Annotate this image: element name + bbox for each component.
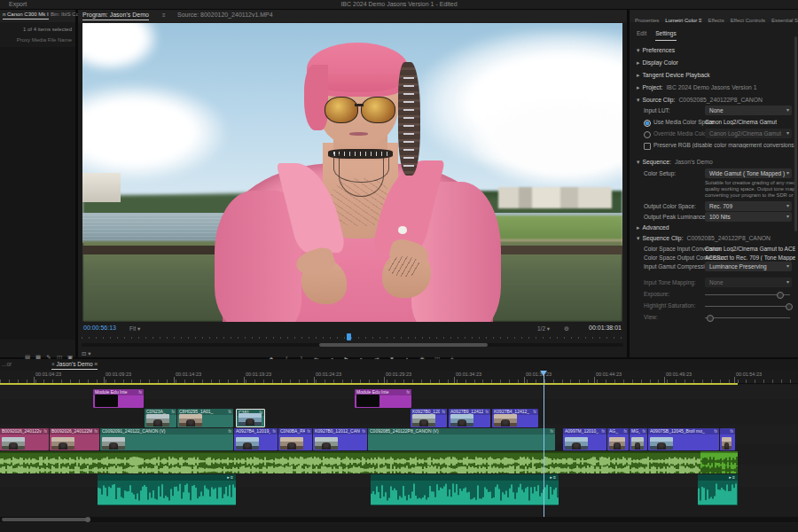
- timeline-clip[interactable]: C0N0BA_PA_fx: [278, 428, 312, 450]
- bin-tab-clip[interactable]: n Canon C300 Mk II: [3, 12, 49, 20]
- dropdown-input-gamut-compression-[interactable]: Luminance Preserving▾: [705, 262, 792, 271]
- timeline-clip[interactable]: B0092026_240122M4.MP4fx: [50, 428, 99, 450]
- playback-resolution-dropdown[interactable]: 1/2 ▾: [537, 325, 550, 332]
- program-timecode[interactable]: 00:00:56:13: [83, 325, 116, 331]
- dropdown-override-media-color-spa-[interactable]: Canon Log2/Cinema Gamut▾: [705, 129, 792, 138]
- program-tab[interactable]: Program: Jason's Demo: [82, 12, 149, 20]
- panel-menu-icon[interactable]: ≡: [162, 12, 166, 18]
- clip-thumbnail: [179, 414, 202, 426]
- row-label: Highlight Saturation:: [644, 302, 696, 309]
- lumetri-scrollbar[interactable]: [794, 36, 797, 231]
- radio-on[interactable]: [644, 120, 651, 127]
- timeline-clip[interactable]: C381_fx: [236, 409, 265, 427]
- workspace-export-tab[interactable]: Export: [9, 1, 27, 7]
- timeline-clip[interactable]: K0927B0_12012_CANO_fx: [313, 428, 367, 450]
- timeline-clip[interactable]: C0092085_240122P8_CANON (V)fx: [368, 428, 555, 450]
- timeline-panel: ...or × Jason's Demo ≡ 00:01:04:2300:01:…: [0, 359, 798, 523]
- thumbnail-figure: [614, 442, 620, 450]
- slider-handle[interactable]: [777, 292, 784, 299]
- row-value: ACEScct to Rec. 709 ( Tone Mapped, Gamut…: [705, 254, 795, 261]
- section-header[interactable]: ▾Source Clip:C0092085_240122P8_CANON: [637, 97, 763, 104]
- timeline-playhead[interactable]: [544, 371, 544, 517]
- dropdown-input-tone-mapping-[interactable]: None▾: [705, 278, 792, 287]
- checkbox[interactable]: [644, 143, 651, 150]
- dropdown-output-color-space-[interactable]: Rec. 709▾: [705, 201, 792, 211]
- bin-filter-label[interactable]: Proxy Media File Name: [17, 37, 72, 43]
- timeline-clip[interactable]: A0997M_12010_fx: [563, 428, 606, 450]
- timeline-clip[interactable]: AG_fx: [607, 428, 629, 450]
- audio-clip-header: [98, 474, 236, 481]
- chevron-down-icon: ▾: [786, 106, 789, 115]
- timeline-clip[interactable]: A0927B9_12412_fx: [449, 409, 490, 427]
- dropdown-color-setup-[interactable]: Wide Gamut ( Tone Mapped )▾: [705, 168, 792, 178]
- clip-thumbnail: [146, 414, 169, 426]
- slider-track[interactable]: [705, 306, 790, 307]
- waveform-lane: [371, 481, 559, 505]
- thumbnail-figure: [419, 419, 428, 426]
- fx-badge-icon: fx: [406, 390, 410, 395]
- project-bin-panel: n Canon C300 Mk II Bin: IbIS Cor 1 of 4 …: [0, 10, 75, 357]
- section-header[interactable]: ▸Tangent Device Playback: [637, 72, 710, 79]
- audio-waveform: [0, 466, 738, 473]
- timeline-clip[interactable]: C0092091_240122_CANON (V)fx: [100, 428, 233, 450]
- settings-wrench-icon[interactable]: ⚙: [564, 325, 569, 332]
- timeline-clip[interactable]: ▸ ≡: [371, 474, 559, 505]
- timeline-h-scrollbar[interactable]: [0, 517, 798, 522]
- person-sunglasses-bridge: [355, 104, 364, 106]
- radio-off[interactable]: [644, 131, 651, 138]
- bin-tab-bin[interactable]: Bin: IbIS Cor: [51, 12, 81, 17]
- status-strip: [0, 523, 798, 532]
- timeline-clip[interactable]: [700, 451, 738, 473]
- clip-thumbnail: [315, 437, 338, 450]
- program-zoom-scrollbar[interactable]: [82, 343, 623, 347]
- section-header[interactable]: ▸Advanced: [637, 224, 669, 231]
- help-text-line: quality working space. Output tone mappi…: [705, 186, 795, 192]
- timeline-clip[interactable]: Module Edu Intefx: [93, 389, 144, 408]
- slider-track[interactable]: [705, 317, 790, 318]
- timeline-clip[interactable]: B0092026_240122v1.MP4fx: [0, 428, 49, 450]
- fx-badge-icon: fx: [533, 410, 536, 414]
- row-value: Canon Log2/Cinema Gamut: [705, 119, 777, 125]
- person-hair-side-left: [304, 65, 328, 130]
- timeline-clip[interactable]: C0N23A_fx: [145, 409, 176, 427]
- timeline-clip[interactable]: fx: [720, 428, 735, 450]
- dropdown-output-peak-luminance-[interactable]: 100 Nits▾: [705, 212, 792, 222]
- source-tab[interactable]: Source: 80020120_240112v1.MP4: [177, 12, 273, 18]
- timeline-clip[interactable]: K0927B0_1201_fx: [411, 409, 447, 427]
- section-header[interactable]: ▾Preferences: [637, 47, 675, 54]
- section-header[interactable]: ▸Display Color: [637, 59, 678, 66]
- row-label: Output Peak Luminance:: [644, 214, 708, 220]
- bin-list-area[interactable]: [0, 47, 75, 340]
- fx-badge-icon: fx: [485, 410, 489, 414]
- timeline-clip[interactable]: K0927B4_12412_fx: [492, 409, 538, 427]
- thumbnail-figure: [572, 442, 581, 450]
- clip-thumbnail: [412, 414, 435, 426]
- slider-track[interactable]: [705, 294, 790, 295]
- audio-clip-header: [700, 451, 738, 453]
- program-video-frame[interactable]: [82, 23, 622, 322]
- timeline-clip[interactable]: C8H0295_1A01_fx: [177, 409, 233, 427]
- zoom-level-dropdown[interactable]: Fit ▾: [129, 325, 140, 332]
- timeline-clip[interactable]: ▸ ≡: [98, 474, 236, 505]
- timeline-clip[interactable]: Module Edu Intefx: [355, 389, 411, 408]
- program-monitor-panel: Program: Jason's Demo ≡ Source: 80020120…: [78, 10, 627, 357]
- section-header[interactable]: ▸Project:IBC 2024 Demo Jasons Version 1: [637, 84, 756, 91]
- monitor-settings-icon[interactable]: ⊡ ▾: [82, 350, 91, 357]
- timeline-clip[interactable]: A0907SB_12045_Broll mo_fx: [648, 428, 719, 450]
- clip-thumbnail: [722, 437, 732, 450]
- lumetri-row-tangent-device-playback: ▸Tangent Device Playback: [630, 70, 798, 82]
- section-header[interactable]: ▾Sequence Clip:C0092085_240122P8_CANON: [637, 235, 771, 242]
- lumetri-row-input-lut-: Input LUT:None▾: [630, 106, 798, 117]
- clip-label: MG_: [631, 428, 640, 434]
- section-header[interactable]: ▾Sequence:Jason's Demo: [637, 159, 713, 166]
- timeline-clip[interactable]: [0, 451, 738, 473]
- timeline-playhead-caret[interactable]: [540, 371, 547, 376]
- slider-handle[interactable]: [707, 315, 714, 322]
- timeline-clip[interactable]: A0927B4_12019_AS_fx: [234, 428, 278, 450]
- timeline-clip[interactable]: MG_fx: [630, 428, 647, 450]
- dropdown-input-lut-[interactable]: None▾: [705, 106, 792, 115]
- slider-handle[interactable]: [786, 303, 793, 310]
- timeline-clip[interactable]: ▸ ≡: [698, 474, 738, 505]
- program-playhead-marker[interactable]: [347, 333, 351, 340]
- program-mini-timeline[interactable]: [82, 334, 623, 340]
